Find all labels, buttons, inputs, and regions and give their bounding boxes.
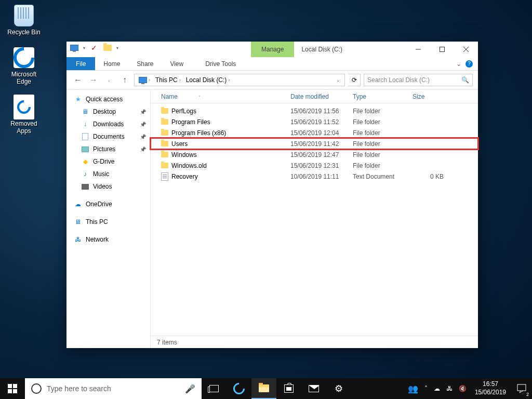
file-name-cell: PerfLogs: [161, 108, 290, 115]
status-bar: 7 items: [151, 336, 478, 348]
qat-check-icon[interactable]: ✓: [89, 43, 99, 52]
tray-overflow-icon[interactable]: ˄: [421, 378, 431, 399]
sidebar-item-pictures[interactable]: Pictures: [66, 143, 150, 155]
system-tray: 👥 ˄ ☁ 🖧 🔇 16:57 15/06/2019 2: [405, 378, 532, 399]
cortana-icon: [31, 383, 42, 394]
desktop-icon-label: Recycle Bin: [7, 29, 40, 36]
file-size-cell: 0 KB: [413, 173, 444, 180]
breadcrumb-this-pc[interactable]: This PC›: [153, 76, 183, 84]
file-name-cell: Program Files: [161, 118, 290, 126]
qat-overflow-icon[interactable]: ▾: [116, 46, 118, 50]
column-header-date[interactable]: Date modified: [290, 93, 353, 100]
svg-rect-1: [440, 47, 445, 52]
file-type-cell: File folder: [353, 118, 413, 126]
taskbar-explorer[interactable]: [251, 378, 276, 399]
desktop-icon-recycle-bin[interactable]: Recycle Bin: [4, 4, 44, 36]
nav-up-button[interactable]: ↑: [118, 74, 131, 86]
column-header-type[interactable]: Type: [353, 93, 413, 100]
folder-icon: [161, 108, 168, 114]
status-item-count: 7 items: [157, 339, 177, 346]
sidebar-quick-access[interactable]: ★Quick access: [66, 93, 150, 105]
sidebar-item-videos[interactable]: Videos: [66, 180, 150, 193]
taskbar-edge[interactable]: [227, 378, 251, 399]
file-name-cell: Windows.old: [161, 162, 290, 169]
tray-notifications[interactable]: 2: [511, 378, 532, 399]
help-icon[interactable]: ?: [466, 60, 473, 68]
window-title: Local Disk (C:): [301, 46, 342, 53]
task-view-button[interactable]: [202, 378, 227, 399]
file-row[interactable]: Windows15/06/2019 12:47File folder: [151, 149, 478, 160]
file-date-cell: 15/06/2019 11:52: [290, 118, 353, 126]
taskbar-store[interactable]: [276, 378, 301, 399]
desktop-icon-label: Microsoft Edge: [4, 71, 44, 85]
search-input[interactable]: Search Local Disk (C:) 🔍: [364, 74, 473, 86]
taskbar-settings[interactable]: ⚙: [326, 378, 351, 399]
ribbon-tabs: File Home Share View Drive Tools ⌄ ?: [66, 57, 478, 71]
file-row[interactable]: Windows.old15/06/2019 12:31File folder: [151, 160, 478, 171]
ribbon-expand-icon[interactable]: ⌄: [456, 60, 461, 68]
file-row[interactable]: Program Files (x86)15/06/2019 12:04File …: [151, 127, 478, 138]
start-button[interactable]: [0, 378, 25, 399]
refresh-button[interactable]: ⟳: [348, 74, 361, 86]
tab-view[interactable]: View: [162, 57, 192, 70]
tab-drive-tools[interactable]: Drive Tools: [197, 57, 244, 70]
file-date-cell: 10/06/2019 11:11: [290, 173, 353, 180]
sidebar-onedrive[interactable]: ☁OneDrive: [66, 198, 150, 210]
file-type-cell: Text Document: [353, 173, 413, 180]
sidebar-item-gdrive[interactable]: ◆G-Drive: [66, 155, 150, 168]
file-row[interactable]: Recovery10/06/2019 11:11Text Document0 K…: [151, 171, 478, 182]
close-button[interactable]: [454, 42, 478, 57]
column-header-size[interactable]: Size: [413, 93, 444, 100]
file-row[interactable]: Program Files15/06/2019 11:52File folder: [151, 116, 478, 127]
window-controls: [406, 42, 478, 57]
desktop-icon-removed-apps[interactable]: Removed Apps: [4, 96, 44, 135]
sidebar-item-documents[interactable]: Documents: [66, 130, 150, 143]
breadcrumb-pc-icon[interactable]: ›: [137, 77, 152, 83]
address-bar[interactable]: › This PC› Local Disk (C:)› ⌄: [134, 74, 345, 86]
file-list: PerfLogs15/06/2019 11:56File folderProgr…: [151, 103, 478, 336]
nav-forward-button[interactable]: →: [87, 74, 100, 86]
mic-icon[interactable]: 🎤: [185, 384, 195, 394]
tab-file[interactable]: File: [66, 57, 95, 70]
file-date-cell: 15/06/2019 12:47: [290, 151, 353, 158]
file-name-cell: Program Files (x86): [161, 129, 290, 137]
folder-icon: [161, 163, 168, 168]
address-dropdown-icon[interactable]: ⌄: [334, 77, 342, 83]
taskbar-mail[interactable]: [301, 378, 326, 399]
sidebar-this-pc[interactable]: 🖥This PC: [66, 216, 150, 228]
file-row[interactable]: PerfLogs15/06/2019 11:56File folder: [151, 105, 478, 116]
file-type-cell: File folder: [353, 162, 413, 169]
nav-recent-dropdown[interactable]: ⌄: [103, 74, 115, 86]
nav-back-button[interactable]: ←: [72, 74, 84, 86]
sidebar-item-downloads[interactable]: ↓Downloads: [66, 118, 150, 130]
file-name-cell: Users: [161, 140, 290, 148]
sidebar-item-music[interactable]: ♪Music: [66, 168, 150, 180]
tray-onedrive-icon[interactable]: ☁: [431, 378, 443, 399]
column-header-name[interactable]: Name˄: [161, 93, 290, 100]
edge-icon: [14, 47, 34, 68]
sidebar-network[interactable]: 🖧Network: [66, 233, 150, 246]
file-list-pane: Name˄ Date modified Type Size PerfLogs15…: [151, 90, 478, 348]
file-date-cell: 15/06/2019 12:04: [290, 129, 353, 137]
minimize-button[interactable]: [406, 42, 430, 57]
breadcrumb-drive[interactable]: Local Disk (C:)›: [184, 76, 232, 84]
tray-network-icon[interactable]: 🖧: [443, 378, 456, 399]
tab-home[interactable]: Home: [95, 57, 128, 70]
qat-newfolder-icon[interactable]: [103, 43, 112, 52]
sidebar-item-desktop[interactable]: 🖥Desktop: [66, 105, 150, 118]
file-row[interactable]: Users15/06/2019 11:42File folder: [151, 138, 478, 149]
manage-contextual-tab[interactable]: Manage: [251, 42, 294, 57]
qat-dropdown-icon[interactable]: ▾: [83, 46, 85, 50]
desktop-icon-edge[interactable]: Microsoft Edge: [4, 46, 44, 85]
taskbar-search-placeholder: Type here to search: [47, 384, 180, 393]
tray-people-icon[interactable]: 👥: [405, 378, 421, 399]
tab-share[interactable]: Share: [128, 57, 162, 70]
file-date-cell: 15/06/2019 11:42: [290, 140, 353, 148]
maximize-button[interactable]: [430, 42, 454, 57]
tray-clock[interactable]: 16:57 15/06/2019: [470, 378, 511, 399]
folder-icon: [161, 130, 168, 136]
desktop-icon-label: Removed Apps: [4, 120, 44, 135]
tray-volume-icon[interactable]: 🔇: [456, 378, 470, 399]
qat-properties-icon[interactable]: [70, 43, 79, 52]
taskbar-search[interactable]: Type here to search 🎤: [25, 378, 202, 399]
